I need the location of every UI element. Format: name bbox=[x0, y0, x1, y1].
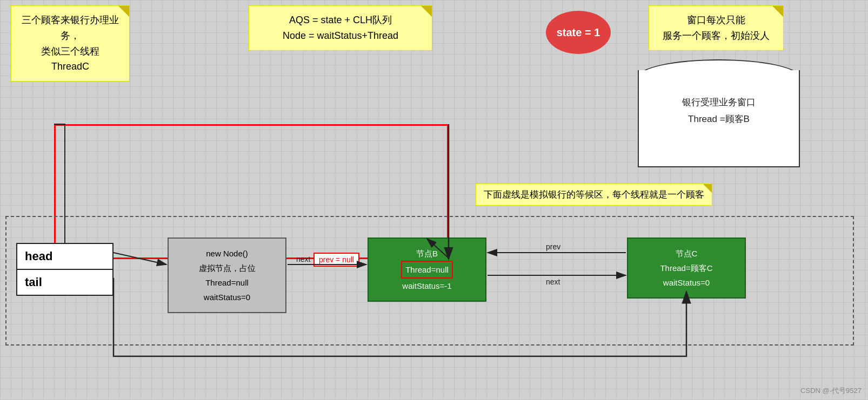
head-row: head bbox=[17, 244, 112, 270]
virtual-node-line3: Thread=null bbox=[174, 275, 280, 290]
node-b: 节点B Thread=null waitStatus=-1 bbox=[368, 238, 486, 302]
dashed-area-label: 下面虚线是模拟银行的等候区，每个线程就是一个顾客 bbox=[476, 184, 712, 206]
virtual-node: new Node() 虚拟节点，占位 Thread=null waitStatu… bbox=[168, 238, 286, 313]
virtual-node-line4: waitStatus=0 bbox=[174, 290, 280, 304]
node-c-title: 节点C bbox=[633, 246, 739, 261]
node-b-thread-box: Thread=null bbox=[401, 261, 453, 279]
prev-null-label: prev = null bbox=[313, 253, 359, 267]
sticky-topcenter-text: AQS = state + CLH队列 Node = waitStatus+Th… bbox=[283, 15, 398, 41]
node-b-wait-status: waitStatus=-1 bbox=[374, 279, 480, 293]
state-oval: state = 1 bbox=[546, 11, 611, 54]
sticky-topleft-text: 三个顾客来银行办理业务，类似三个线程ThreadC bbox=[22, 15, 119, 72]
virtual-node-line1: new Node() bbox=[174, 246, 280, 261]
sticky-note-topcenter: AQS = state + CLH队列 Node = waitStatus+Th… bbox=[249, 5, 432, 51]
virtual-node-line2: 虚拟节点，占位 bbox=[174, 261, 280, 275]
sticky-note-topright: 窗口每次只能 服务一个顾客，初始没人 bbox=[649, 5, 784, 51]
node-c: 节点C Thread=顾客C waitStatus=0 bbox=[627, 238, 746, 299]
sticky-note-topleft: 三个顾客来银行办理业务，类似三个线程ThreadC bbox=[11, 5, 130, 82]
node-b-title: 节点B bbox=[374, 246, 480, 261]
node-c-thread: Thread=顾客C bbox=[633, 261, 739, 275]
watermark: CSDN @-代号9527 bbox=[800, 386, 862, 396]
headtail-box: head tail bbox=[16, 243, 113, 296]
node-c-wait-status: waitStatus=0 bbox=[633, 275, 739, 290]
sticky-topright-text: 窗口每次只能 服务一个顾客，初始没人 bbox=[663, 15, 770, 41]
node-b-thread: Thread=null bbox=[374, 261, 480, 279]
bank-window-text: 银行受理业务窗口 Thread =顾客B bbox=[638, 94, 800, 127]
tail-row: tail bbox=[17, 270, 112, 295]
